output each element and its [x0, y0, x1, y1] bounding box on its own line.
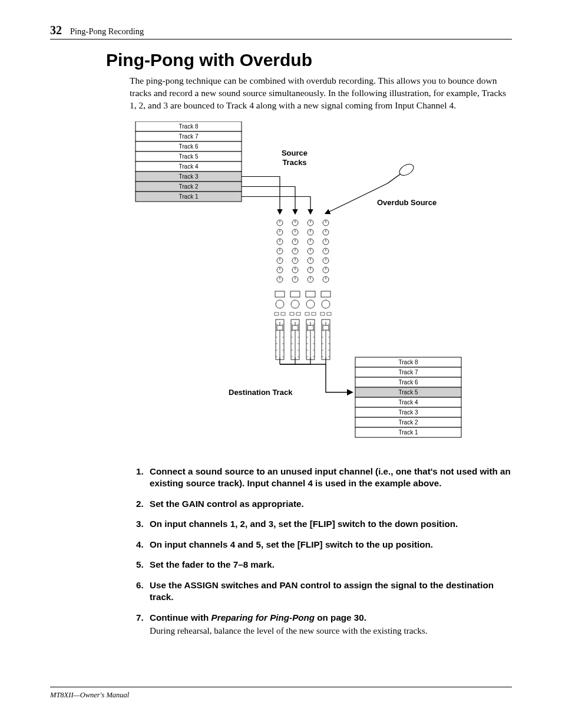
section-heading: Ping-Pong with Overdub: [106, 50, 512, 70]
svg-text:Track 3: Track 3: [179, 173, 199, 180]
svg-point-146: [322, 300, 330, 308]
svg-text:Track 8: Track 8: [179, 123, 199, 130]
step-item: On input channels 4 and 5, set the [FLIP…: [146, 539, 512, 551]
svg-text:Track 7: Track 7: [399, 369, 418, 375]
step-item: Set the GAIN control as appropriate.: [146, 498, 512, 510]
svg-point-113: [306, 300, 315, 308]
svg-rect-112: [306, 291, 315, 297]
step-item: Continue with Preparing for Ping-Pong on…: [146, 612, 512, 637]
svg-rect-49: [281, 312, 285, 315]
step-note: During rehearsal, balance the level of t…: [150, 625, 512, 637]
steps-list: Connect a sound source to an unused inpu…: [130, 466, 512, 637]
step-item: Connect a sound source to an unused inpu…: [146, 466, 512, 490]
step-item: Use the ASSIGN switches and PAN control …: [146, 579, 512, 604]
svg-text:Source: Source: [282, 149, 308, 157]
svg-text:Track 6: Track 6: [179, 143, 199, 150]
running-header: 32 Ping-Pong Recording: [50, 24, 512, 39]
svg-text:Track 5: Track 5: [179, 153, 199, 160]
cross-reference: Preparing for Ping-Pong: [211, 612, 315, 622]
svg-rect-79: [290, 291, 300, 297]
svg-text:Track 4: Track 4: [399, 399, 418, 406]
svg-rect-85: [292, 325, 298, 330]
svg-point-164: [398, 162, 416, 177]
svg-text:Destination Track: Destination Track: [229, 387, 293, 396]
svg-text:Track 8: Track 8: [399, 359, 418, 365]
svg-text:Track 2: Track 2: [399, 419, 418, 426]
svg-text:Overdub Source: Overdub Source: [377, 198, 437, 207]
svg-text:Track 1: Track 1: [399, 429, 418, 436]
step-item: Set the fader to the 7–8 mark.: [146, 559, 512, 571]
svg-text:Track 4: Track 4: [179, 163, 199, 170]
svg-point-80: [291, 300, 299, 308]
svg-rect-148: [327, 312, 331, 315]
svg-rect-114: [305, 312, 309, 315]
svg-text:Tracks: Tracks: [282, 158, 306, 167]
svg-text:Track 2: Track 2: [179, 183, 199, 190]
svg-rect-145: [321, 291, 330, 297]
svg-line-165: [388, 174, 401, 183]
svg-rect-115: [312, 312, 316, 315]
page-footer: MT8XII—Owner's Manual: [50, 687, 512, 700]
footer-text: MT8XII—Owner's Manual: [50, 687, 512, 700]
svg-text:Track 7: Track 7: [179, 133, 199, 140]
svg-text:Track 1: Track 1: [179, 193, 199, 200]
svg-rect-82: [296, 312, 300, 315]
svg-rect-46: [275, 291, 285, 297]
svg-rect-118: [308, 325, 313, 330]
step-item: On input channels 1, 2, and 3, set the […: [146, 518, 512, 531]
svg-point-47: [276, 300, 284, 308]
svg-rect-147: [320, 312, 325, 315]
intro-paragraph: The ping-pong technique can be combined …: [130, 75, 512, 112]
ping-pong-overdub-diagram: Track 8Track 7Track 6Track 5Track 4Track…: [130, 121, 512, 452]
svg-rect-52: [277, 325, 283, 330]
page-number: 32: [50, 24, 62, 37]
svg-rect-48: [275, 312, 279, 315]
chapter-title: Ping-Pong Recording: [70, 27, 144, 37]
svg-text:Track 6: Track 6: [399, 379, 418, 386]
svg-text:Track 3: Track 3: [399, 409, 418, 416]
svg-text:Track 5: Track 5: [399, 389, 418, 396]
svg-rect-151: [323, 325, 329, 330]
svg-rect-81: [290, 312, 294, 315]
